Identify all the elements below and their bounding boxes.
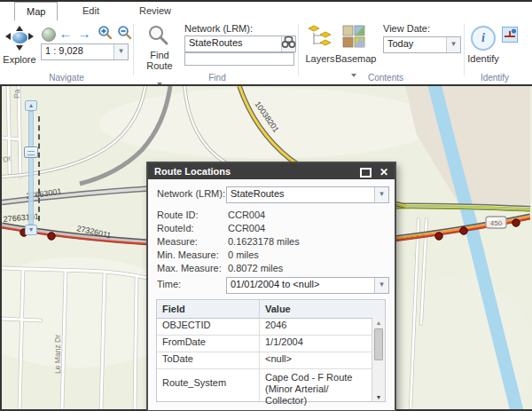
layers-label: Layers xyxy=(301,53,339,64)
next-extent-button[interactable]: → xyxy=(76,26,92,42)
table-header-field: Field xyxy=(157,300,260,318)
basemap-button[interactable] xyxy=(342,25,365,51)
tab-review-label: Review xyxy=(139,5,171,16)
field-label: RouteId: xyxy=(157,223,194,233)
field-label: Measure: xyxy=(157,236,198,247)
layers-button[interactable] xyxy=(308,25,332,53)
table-row[interactable]: FromDate 1/1/2004 xyxy=(157,335,372,352)
table-row[interactable]: OBJECTID 2046 xyxy=(157,318,372,336)
full-extent-globe-icon[interactable] xyxy=(42,28,56,42)
find-route-label-line2: Route xyxy=(140,60,179,71)
field-value: CCR004 xyxy=(228,223,265,233)
tab-map-label: Map xyxy=(27,6,45,17)
group-separator xyxy=(133,24,134,75)
identify-route-locations-button[interactable] xyxy=(502,27,518,43)
table-row[interactable]: ToDate <null> xyxy=(157,352,372,369)
maximize-icon[interactable] xyxy=(360,168,372,178)
explore-button[interactable] xyxy=(5,26,34,51)
group-label-navigate: Navigate xyxy=(18,73,115,83)
dialog-title-bar[interactable]: Route Locations ✕ xyxy=(148,163,395,179)
binoculars-icon xyxy=(281,35,296,49)
chevron-down-icon[interactable]: ▾ xyxy=(446,37,460,52)
find-route-button[interactable] xyxy=(147,24,170,51)
field-label: Min. Measure: xyxy=(157,249,219,260)
table-cell-field: OBJECTID xyxy=(157,318,260,335)
table-row[interactable]: Route_System Cape Cod - F Route (Minor A… xyxy=(157,368,372,401)
zoom-out-button[interactable] xyxy=(116,25,132,41)
table-cell-field: FromDate xyxy=(157,335,260,352)
attributes-table: Field Value OBJECTID 2046 FromDate 1/1/2… xyxy=(156,299,386,402)
tab-edit[interactable]: Edit xyxy=(71,2,111,20)
scrollbar-thumb[interactable] xyxy=(374,328,383,360)
zoom-slider-handle[interactable] xyxy=(24,146,38,158)
time-label: Time: xyxy=(157,279,181,289)
close-icon[interactable]: ✕ xyxy=(379,164,388,180)
field-label: Max. Measure: xyxy=(157,263,222,273)
tab-edit-label: Edit xyxy=(82,5,99,16)
zoom-in-button[interactable] xyxy=(97,25,113,41)
table-cell-value: <null> xyxy=(260,352,372,365)
zoom-slider-ticks xyxy=(38,116,40,221)
layers-toc-icon xyxy=(308,25,332,50)
basemap-tiles-icon xyxy=(342,25,365,48)
table-cell-field: ToDate xyxy=(157,352,260,368)
chevron-down-icon[interactable]: ▾ xyxy=(374,187,388,202)
table-header-row: Field Value xyxy=(157,300,385,319)
chevron-down-icon[interactable]: ▾ xyxy=(374,278,388,293)
ribbon: Map Edit Review Explore ← → xyxy=(0,0,532,84)
group-separator xyxy=(298,24,299,75)
dialog-network-label: Network (LRM): xyxy=(157,188,225,199)
basemap-label: Basemap xyxy=(335,53,372,64)
tab-map[interactable]: Map xyxy=(14,2,58,20)
dialog-network-value: StateRoutes xyxy=(231,187,373,201)
street-label-le-manz-dr: Le Manz Dr xyxy=(53,335,62,374)
zoom-slider-track[interactable] xyxy=(28,111,34,225)
dialog-title: Route Locations xyxy=(154,166,231,177)
tab-review[interactable]: Review xyxy=(128,2,183,20)
table-cell-value: 1/1/2004 xyxy=(260,335,372,348)
explore-icon xyxy=(16,26,23,31)
identify-label: Identify xyxy=(463,53,504,64)
time-value: 01/01/2004 to <null> xyxy=(231,278,373,291)
table-scrollbar[interactable]: ▴ ▾ xyxy=(372,318,385,401)
scroll-down-icon[interactable]: ▾ xyxy=(372,393,385,401)
zoom-in-icon xyxy=(98,25,113,40)
group-label-identify: Identify xyxy=(463,73,527,83)
table-cell-value: Cape Cod - F Route (Minor Arterial/ Coll… xyxy=(260,368,372,407)
shield-label: 450 xyxy=(490,219,503,227)
identify-button[interactable]: i xyxy=(471,26,496,51)
find-binoculars-button[interactable] xyxy=(281,35,296,52)
field-value: CCR004 xyxy=(228,209,265,220)
previous-extent-button[interactable]: ← xyxy=(58,26,74,42)
map-scale-combo[interactable]: 1 : 9,028 ▾ xyxy=(41,43,129,60)
zoom-slider-up-button[interactable]: ▴ xyxy=(25,100,37,111)
group-separator xyxy=(464,24,465,75)
chevron-down-icon[interactable]: ▾ xyxy=(113,44,128,59)
find-route-label-line1: Find xyxy=(140,50,179,60)
field-label: Route ID: xyxy=(157,209,198,220)
view-date-combo[interactable]: Today ▾ xyxy=(383,36,461,53)
ribbon-body: Explore ← → 1 : 9,028 ▾ Navigate xyxy=(0,20,532,84)
group-label-contents: Contents xyxy=(319,73,452,83)
zoom-out-icon xyxy=(117,25,132,40)
field-value: 0.8072 miles xyxy=(228,263,283,273)
field-value: 0.1623178 miles xyxy=(228,236,300,247)
street-label-pa: Pa xyxy=(12,89,21,99)
network-lrm-combo[interactable]: StateRoutes ▾ xyxy=(184,36,296,52)
table-cell-value: 2046 xyxy=(260,318,372,331)
network-lrm-label: Network (LRM): xyxy=(184,23,273,34)
identify-i-icon: i xyxy=(481,31,485,44)
arrow-left-icon: ← xyxy=(59,26,73,41)
table-cell-field: Route_System xyxy=(157,368,260,401)
dialog-network-combo[interactable]: StateRoutes ▾ xyxy=(226,186,389,203)
identify-route-icon xyxy=(503,28,517,42)
route-id-input[interactable] xyxy=(184,52,294,66)
find-route-magnifier-icon xyxy=(147,24,170,47)
table-header-value: Value xyxy=(260,300,372,318)
time-combo[interactable]: 01/01/2004 to <null> ▾ xyxy=(226,277,389,294)
route-shield: 450 xyxy=(486,217,506,228)
network-lrm-value: StateRoutes xyxy=(189,36,280,50)
view-date-value: Today xyxy=(387,37,445,51)
scroll-up-icon[interactable]: ▴ xyxy=(372,319,385,327)
zoom-slider-down-button[interactable]: ▾ xyxy=(25,225,37,235)
